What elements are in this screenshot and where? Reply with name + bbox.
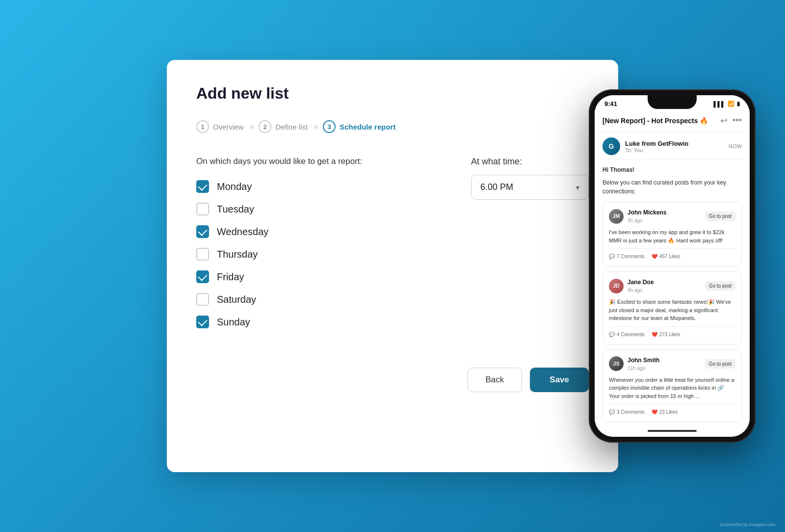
step-1-circle: 1 (196, 120, 209, 133)
day-wednesday[interactable]: Wednesday (196, 225, 442, 238)
phone-time: 9:41 (604, 100, 617, 107)
phone-screen: 9:41 ▌▌▌ 📶 ▮ [New Report] - Hot Prospect… (595, 95, 750, 437)
day-wednesday-label: Wednesday (217, 226, 268, 238)
post-1-text: I've been working on my app and grew it … (609, 228, 735, 244)
content-area: On which days you would like to get a re… (196, 157, 589, 338)
email-content: Hi Thomas! Below you can find curated po… (595, 160, 750, 425)
email-actions: ↩ ••• (720, 115, 742, 126)
step-2-label: Define list (275, 123, 308, 131)
sender-row: G Luke from GetFlowio To: You NOW (595, 132, 750, 160)
phone-wrapper: 9:41 ▌▌▌ 📶 ▮ [New Report] - Hot Prospect… (589, 89, 756, 443)
checkbox-friday[interactable] (196, 270, 209, 283)
phone-email-header: [New Report] - Hot Prospects 🔥 ↩ ••• (595, 110, 750, 132)
checkbox-wednesday[interactable] (196, 225, 209, 238)
post-2-author: Jane Doe (628, 278, 654, 287)
post-1-stats: 💬 7 Comments ❤️ 457 Likes (609, 253, 735, 260)
checkbox-thursday[interactable] (196, 248, 209, 261)
post-card-3: JS John Smith 11h ago Go to post Wheneve… (602, 349, 742, 423)
go-to-post-3-button[interactable]: Go to post (705, 359, 735, 369)
post-3-likes: ❤️ 23 Likes (652, 408, 678, 416)
sender-info: Luke from GetFlowio To: You (625, 140, 724, 153)
web-card: Add new list 1 Overview » 2 Define list … (167, 60, 618, 472)
days-label: On which days you would like to get a re… (196, 157, 442, 166)
post-3-comments: 💬 3 Comments (609, 408, 645, 416)
post-header-1: JM John Mickens 3h ago Go to post (609, 208, 735, 224)
step-separator-1: » (250, 122, 253, 131)
sender-avatar: G (602, 137, 620, 155)
post-2-divider (609, 326, 735, 327)
sender-time: NOW (729, 143, 742, 149)
day-tuesday-label: Tuesday (217, 204, 254, 215)
post-1-author: John Mickens (628, 208, 666, 217)
days-section: On which days you would like to get a re… (196, 157, 442, 338)
post-1-comments: 💬 7 Comments (609, 253, 645, 260)
signal-icon: ▌▌▌ (714, 101, 725, 107)
checkbox-saturday[interactable] (196, 293, 209, 306)
more-icon[interactable]: ••• (733, 115, 742, 126)
day-thursday[interactable]: Thursday (196, 248, 442, 261)
day-saturday-label: Saturday (217, 294, 256, 305)
post-1-time: 3h ago (628, 217, 666, 224)
sender-name: Luke from GetFlowio (625, 140, 724, 147)
post-3-divider (609, 404, 735, 404)
phone-frame: 9:41 ▌▌▌ 📶 ▮ [New Report] - Hot Prospect… (589, 89, 756, 443)
time-label: At what time: (471, 157, 589, 167)
day-sunday[interactable]: Sunday (196, 316, 442, 328)
post-author-info-1: JM John Mickens 3h ago (609, 208, 666, 224)
post-header-2: JD Jane Doe 4h ago Go to post (609, 278, 735, 294)
step-separator-2: » (314, 122, 317, 131)
email-greeting: Hi Thomas! (602, 165, 742, 174)
sender-to: To: You (625, 147, 724, 153)
post-2-time: 4h ago (628, 287, 654, 294)
checkbox-monday[interactable] (196, 180, 209, 193)
go-to-post-2-button[interactable]: Go to post (705, 281, 735, 291)
post-author-info-2: JD Jane Doe 4h ago (609, 278, 654, 294)
home-bar (648, 430, 697, 432)
day-tuesday[interactable]: Tuesday (196, 203, 442, 215)
main-container: Add new list 1 Overview » 2 Define list … (0, 0, 785, 532)
email-intro: Below you can find curated posts from yo… (602, 178, 742, 196)
step-1[interactable]: 1 Overview (196, 120, 244, 133)
post-avatar-2: JD (609, 279, 624, 293)
day-monday-label: Monday (217, 181, 252, 192)
post-3-stats: 💬 3 Comments ❤️ 23 Likes (609, 408, 735, 416)
save-button[interactable]: Save (530, 368, 589, 392)
post-header-3: JS John Smith 11h ago Go to post (609, 356, 735, 372)
page-title: Add new list (196, 84, 589, 103)
post-author-info-3: JS John Smith 11h ago (609, 356, 659, 372)
day-monday[interactable]: Monday (196, 180, 442, 193)
step-3-label: Schedule report (340, 123, 395, 131)
step-1-label: Overview (213, 123, 244, 131)
post-3-text: Whenever you order a little treat for yo… (609, 376, 735, 400)
checkbox-tuesday[interactable] (196, 203, 209, 215)
stepper: 1 Overview » 2 Define list » 3 Schedule … (196, 120, 589, 133)
step-3[interactable]: 3 Schedule report (323, 120, 395, 133)
post-2-text: 🎉 Excited to share some fantastic news!🎉… (609, 298, 735, 322)
checkbox-sunday[interactable] (196, 316, 209, 328)
day-sunday-label: Sunday (217, 317, 250, 328)
post-2-comments: 💬 4 Comments (609, 331, 645, 338)
post-card-1: JM John Mickens 3h ago Go to post I've b… (602, 202, 742, 266)
step-2-circle: 2 (259, 120, 271, 133)
day-friday[interactable]: Friday (196, 270, 442, 283)
post-3-time: 11h ago (628, 365, 659, 372)
time-section: At what time: 6.00 PM ▾ (471, 157, 589, 200)
go-to-post-1-button[interactable]: Go to post (705, 212, 735, 221)
step-3-circle: 3 (323, 120, 336, 133)
post-3-author: John Smith (628, 356, 659, 365)
day-thursday-label: Thursday (217, 249, 258, 260)
status-icons: ▌▌▌ 📶 ▮ (714, 101, 740, 107)
day-saturday[interactable]: Saturday (196, 293, 442, 306)
battery-icon: ▮ (737, 101, 740, 107)
reply-icon[interactable]: ↩ (720, 115, 728, 126)
watermark: Screenshot by Knapper.com (720, 522, 775, 527)
time-value: 6.00 PM (480, 182, 513, 192)
chevron-down-icon: ▾ (576, 184, 579, 191)
day-friday-label: Friday (217, 271, 244, 283)
post-avatar-3: JS (609, 356, 624, 371)
step-2[interactable]: 2 Define list (259, 120, 308, 133)
time-select[interactable]: 6.00 PM ▾ (471, 175, 589, 200)
back-button[interactable]: Back (468, 368, 523, 392)
post-2-stats: 💬 4 Comments ❤️ 273 Likes (609, 331, 735, 338)
post-avatar-1: JM (609, 209, 624, 224)
